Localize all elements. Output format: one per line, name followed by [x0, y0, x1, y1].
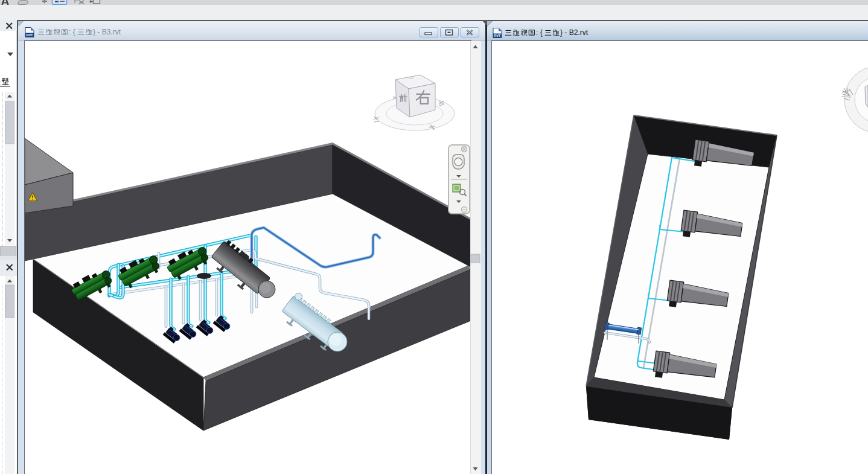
svg-text:RVT: RVT [494, 34, 501, 37]
svg-text:} - B2.rvt: } - B2.rvt [560, 28, 589, 37]
svg-text:} - B3.rvt: } - B3.rvt [93, 28, 121, 36]
svg-text:: {: : { [536, 28, 543, 37]
svg-text:RVT: RVT [26, 33, 33, 37]
svg-text:: {: : { [69, 28, 75, 36]
